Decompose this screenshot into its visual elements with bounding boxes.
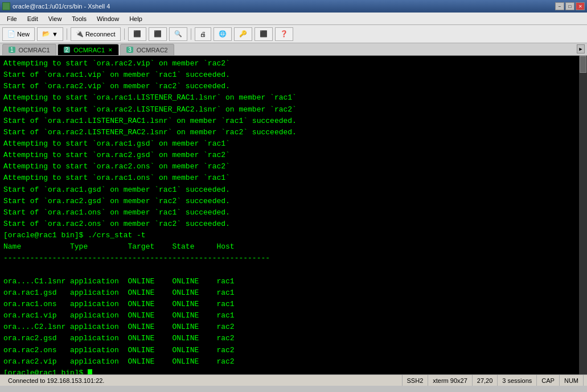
toolbar-separator-3 [191,28,191,40]
close-button[interactable]: ✕ [576,2,585,10]
menu-window[interactable]: Window [92,14,124,23]
menu-help[interactable]: Help [125,14,147,23]
reconnect-button[interactable]: 🔌 Reconnect [71,27,121,41]
toolbar-btn-9[interactable]: ⬛ [254,27,273,41]
tab-2-num: 2 [64,47,71,53]
reconnect-icon: 🔌 [76,30,84,38]
tab-1-num: 1 [9,47,15,53]
app-icon [2,2,10,10]
toolbar-btn-5[interactable]: 🔍 [169,27,187,41]
new-icon: 📄 [7,30,15,38]
tab-2-label: OCMRAC1 [73,47,105,53]
status-bar: Connected to 192.168.153.101:22. SSH2 xt… [0,374,587,386]
terminal-cursor [88,369,92,374]
status-ssh: SSH2 [403,375,429,386]
tab-2[interactable]: 2 OCMRAC1 ✕ [58,44,120,55]
menu-edit[interactable]: Edit [23,14,43,23]
tabs-bar: 1 OCMRAC1 2 OCMRAC1 ✕ 3 OCMRAC2 ▶ [0,43,587,56]
toolbar-btn-6[interactable]: 🖨 [195,27,211,41]
toolbar: 📄 New 📂 ▼ 🔌 Reconnect ⬛ ⬛ 🔍 🖨 🌐 🔑 ⬛ ❓ [0,25,587,43]
tab-3[interactable]: 3 OCMRAC2 [120,44,174,55]
toolbar-btn-3[interactable]: ⬛ [128,27,146,41]
tab-nav-right[interactable]: ▶ [577,44,585,53]
tab-1-label: OCMRAC1 [19,47,50,53]
tab-2-close[interactable]: ✕ [108,47,113,53]
terminal-output: Attempting to start `ora.rac2.vip` on me… [3,58,584,374]
toolbar-btn-8[interactable]: 🔑 [234,27,252,41]
status-connection: Connected to 192.168.153.101:22. [3,375,403,386]
title-bar: oracle@rac1:/u01/crs/bin - Xshell 4 − □ … [0,0,587,13]
status-caps: CAP [537,375,560,386]
open-icon: 📂 [42,30,50,38]
status-position: 27,20 [473,375,498,386]
minimize-button[interactable]: − [555,2,564,10]
toolbar-btn-4[interactable]: ⬛ [149,27,167,41]
menu-tools[interactable]: Tools [67,14,91,23]
open-button[interactable]: 📂 ▼ [37,27,63,41]
terminal[interactable]: Attempting to start `ora.rac2.vip` on me… [0,56,587,374]
new-button[interactable]: 📄 New [2,27,35,41]
tab-3-label: OCMRAC2 [137,47,168,53]
tab-3-num: 3 [126,47,133,53]
window-title: oracle@rac1:/u01/crs/bin - Xshell 4 [13,3,110,10]
terminal-scrollbar[interactable] [579,56,587,374]
scrollbar-thumb[interactable] [580,56,586,73]
status-sessions: 3 sessions [498,375,537,386]
toolbar-separator-1 [67,28,67,40]
menu-view[interactable]: View [44,14,67,23]
status-xterm: xterm 90x27 [428,375,473,386]
menu-bar: File Edit View Tools Window Help [0,13,587,25]
toolbar-separator-2 [124,28,125,40]
menu-file[interactable]: File [2,14,22,23]
toolbar-btn-7[interactable]: 🌐 [214,27,232,41]
toolbar-btn-10[interactable]: ❓ [275,27,293,41]
status-num: NUM [560,375,584,386]
tab-1[interactable]: 1 OCMRAC1 [2,44,56,55]
maximize-button[interactable]: □ [565,2,574,10]
